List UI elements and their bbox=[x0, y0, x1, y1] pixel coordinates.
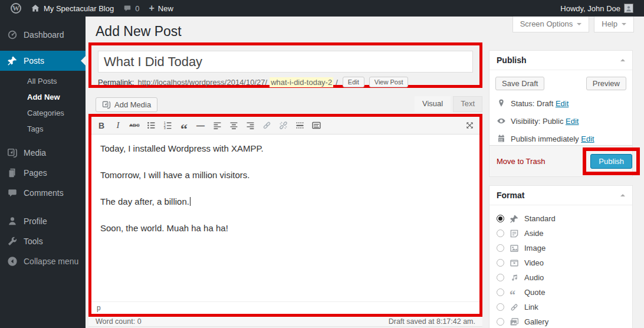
new-label: New bbox=[158, 4, 173, 13]
radio[interactable] bbox=[497, 288, 504, 296]
format-option-gallery[interactable]: Gallery bbox=[497, 314, 625, 328]
sidebar-item-tools[interactable]: Tools bbox=[0, 231, 86, 251]
radio[interactable] bbox=[497, 318, 504, 326]
radio-selected[interactable] bbox=[497, 215, 504, 222]
insert-link-button[interactable] bbox=[259, 119, 274, 133]
new-content-menu[interactable]: + New bbox=[144, 0, 178, 17]
format-panel-header[interactable]: Format bbox=[489, 186, 632, 205]
italic-button[interactable]: I bbox=[110, 119, 126, 133]
posts-submenu: All Posts Add New Categories Tags bbox=[0, 71, 86, 143]
sidebar-item-label: Posts bbox=[24, 56, 44, 65]
sidebar-item-label: Pages bbox=[24, 168, 47, 178]
add-media-button[interactable]: Add Media bbox=[96, 97, 157, 112]
sidebar-item-label: Media bbox=[24, 148, 46, 158]
account-menu[interactable]: Howdy, John Doe bbox=[556, 0, 638, 17]
admin-bar: W My Spectacular Blog 0 + New Howdy, Joh… bbox=[0, 0, 644, 17]
format-option-video[interactable]: Video bbox=[497, 255, 625, 270]
radio[interactable] bbox=[497, 229, 504, 237]
sidebar-item-profile[interactable]: Profile bbox=[0, 211, 86, 231]
eye-icon bbox=[497, 116, 506, 126]
save-draft-button[interactable]: Save Draft bbox=[495, 77, 544, 90]
align-right-button[interactable] bbox=[242, 119, 258, 133]
word-count-label: Word count: bbox=[96, 317, 135, 326]
tab-text[interactable]: Text bbox=[453, 96, 482, 112]
editor-toolbar: B I ABC “ — bbox=[91, 117, 479, 135]
aside-icon bbox=[510, 229, 519, 238]
edit-permalink-button[interactable]: Edit bbox=[343, 77, 364, 87]
post-title-input[interactable]: What I Did Today bbox=[98, 51, 473, 73]
remove-link-button[interactable] bbox=[275, 119, 291, 133]
sidebar-item-tags[interactable]: Tags bbox=[0, 121, 86, 137]
sidebar-item-pages[interactable]: Pages bbox=[0, 163, 86, 183]
format-label: Quote bbox=[524, 288, 545, 297]
sidebar-item-media[interactable]: Media bbox=[0, 143, 86, 163]
more-tag-icon bbox=[295, 120, 305, 130]
site-link[interactable]: My Spectacular Blog bbox=[26, 0, 119, 17]
permalink-base-url: http://localhost/wordpress/2014/10/27/ bbox=[137, 78, 267, 87]
format-label: Video bbox=[524, 258, 544, 267]
radio[interactable] bbox=[497, 259, 504, 267]
comments-shortcut[interactable]: 0 bbox=[119, 0, 144, 17]
numbered-list-button[interactable] bbox=[160, 119, 175, 133]
radio[interactable] bbox=[497, 274, 504, 281]
strikethrough-button[interactable]: ABC bbox=[127, 119, 142, 133]
collapse-menu-button[interactable]: Collapse menu bbox=[0, 251, 86, 271]
collapse-panel-icon[interactable] bbox=[620, 57, 625, 61]
paragraph-text: Tomorrow, I will have a million visitors… bbox=[100, 170, 249, 180]
format-label: Aside bbox=[524, 229, 544, 238]
bulleted-list-button[interactable] bbox=[143, 119, 159, 133]
format-option-link[interactable]: Link bbox=[497, 300, 625, 314]
preview-button[interactable]: Preview bbox=[586, 77, 626, 90]
editor-paragraph: Tomorrow, I will have a million visitors… bbox=[100, 169, 471, 181]
format-label: Image bbox=[524, 244, 546, 252]
numbered-list-icon bbox=[163, 120, 173, 130]
sidebar-item-categories[interactable]: Categories bbox=[0, 105, 86, 121]
edit-status-link[interactable]: Edit bbox=[556, 99, 569, 108]
permalink-slug[interactable]: what-i-did-today-2 bbox=[270, 77, 333, 87]
media-icon bbox=[7, 147, 18, 158]
blockquote-button[interactable]: “ bbox=[176, 119, 192, 133]
publish-panel-header[interactable]: Publish bbox=[489, 51, 632, 70]
move-to-trash-link[interactable]: Move to Trash bbox=[497, 157, 545, 166]
sidebar-item-all-posts[interactable]: All Posts bbox=[0, 73, 86, 89]
format-option-audio[interactable]: Audio bbox=[497, 270, 625, 285]
format-option-aside[interactable]: Aside bbox=[497, 226, 625, 241]
status-value: Draft bbox=[537, 99, 553, 108]
edit-schedule-link[interactable]: Edit bbox=[581, 135, 594, 143]
status-label: Status: bbox=[511, 99, 534, 108]
publish-button[interactable]: Publish bbox=[590, 154, 632, 169]
paragraph-text: Soon, the world. Muah ha ha ha! bbox=[100, 223, 228, 233]
draft-saved-text: Draft saved at 8:17:42 am. bbox=[389, 317, 475, 326]
format-option-quote[interactable]: “ Quote bbox=[497, 285, 625, 300]
radio[interactable] bbox=[497, 244, 504, 252]
sidebar-item-add-new[interactable]: Add New bbox=[0, 89, 86, 105]
annotation-box-editor: B I ABC “ — Today, I installed Wordpress… bbox=[88, 114, 482, 317]
collapse-panel-icon[interactable] bbox=[620, 192, 625, 196]
add-media-icon bbox=[102, 100, 111, 109]
help-button[interactable]: Help bbox=[594, 17, 634, 32]
align-left-button[interactable] bbox=[209, 119, 225, 133]
current-menu-arrow bbox=[76, 56, 86, 65]
distraction-free-button[interactable] bbox=[462, 119, 477, 133]
wp-logo-menu[interactable]: W bbox=[6, 0, 26, 17]
element-path[interactable]: p bbox=[97, 304, 101, 312]
format-option-standard[interactable]: Standard bbox=[497, 211, 625, 226]
format-option-image[interactable]: Image bbox=[497, 241, 625, 255]
align-center-button[interactable] bbox=[226, 119, 241, 133]
sidebar-item-posts[interactable]: Posts bbox=[0, 51, 86, 71]
schedule-text: Publish immediately bbox=[511, 135, 579, 143]
collapse-arrow-icon bbox=[7, 256, 18, 267]
edit-visibility-link[interactable]: Edit bbox=[566, 117, 579, 126]
tab-visual[interactable]: Visual bbox=[415, 96, 451, 112]
view-post-button[interactable]: View Post bbox=[369, 77, 409, 87]
sidebar-item-dashboard[interactable]: Dashboard bbox=[0, 25, 86, 45]
horizontal-rule-button[interactable]: — bbox=[193, 119, 208, 133]
screen-options-button[interactable]: Screen Options bbox=[512, 17, 590, 32]
post-content-editor[interactable]: Today, I installed Wordpress with XAMPP.… bbox=[91, 135, 479, 301]
sidebar-item-comments[interactable]: Comments bbox=[0, 183, 86, 203]
bold-button[interactable]: B bbox=[94, 119, 109, 133]
radio[interactable] bbox=[497, 303, 504, 311]
home-icon bbox=[31, 4, 40, 13]
toolbar-toggle-button[interactable] bbox=[308, 119, 324, 133]
insert-more-tag-button[interactable] bbox=[292, 119, 307, 133]
